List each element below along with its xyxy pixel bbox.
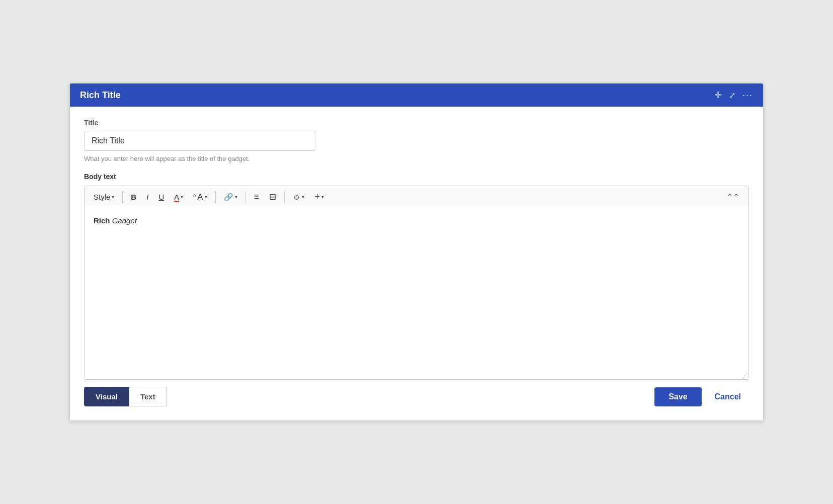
editor-toolbar: Style ▾ B I U A ▾ ⁰A bbox=[85, 186, 748, 208]
text-color-button[interactable]: A ▾ bbox=[170, 190, 187, 204]
style-chevron-icon: ▾ bbox=[112, 194, 114, 200]
link-button[interactable]: 🔗 ▾ bbox=[220, 190, 241, 204]
title-label: Title bbox=[84, 119, 749, 127]
link-chevron-icon: ▾ bbox=[235, 194, 237, 200]
emoji-icon: ☺ bbox=[293, 193, 300, 201]
editor-content[interactable]: Rich Gadget bbox=[85, 208, 748, 379]
cancel-button[interactable]: Cancel bbox=[707, 387, 749, 406]
collapse-toolbar-button[interactable]: ⌃⌃ bbox=[722, 190, 743, 204]
numbered-list-icon: ⊟ bbox=[269, 192, 276, 202]
emoji-chevron-icon: ▾ bbox=[302, 194, 304, 200]
text-color-label: A bbox=[174, 193, 179, 201]
body-text-label: Body text bbox=[84, 173, 749, 181]
editor-italic-text: Gadget bbox=[112, 216, 137, 225]
more-insert-label: + bbox=[314, 192, 320, 202]
emoji-button[interactable]: ☺ ▾ bbox=[289, 190, 308, 204]
bold-button[interactable]: B bbox=[127, 190, 140, 204]
title-hint: What you enter here will appear as the t… bbox=[84, 155, 749, 162]
save-button[interactable]: Save bbox=[654, 387, 701, 406]
title-input[interactable] bbox=[84, 131, 315, 151]
style-dropdown-button[interactable]: Style ▾ bbox=[90, 190, 118, 204]
move-icon[interactable]: ✛ bbox=[714, 90, 722, 101]
toolbar-divider-1 bbox=[122, 191, 123, 203]
underline-label: U bbox=[158, 193, 164, 201]
color-chevron-icon: ▾ bbox=[181, 194, 183, 200]
action-buttons: Save Cancel bbox=[654, 387, 749, 406]
toolbar-divider-4 bbox=[284, 191, 285, 203]
toolbar-divider-3 bbox=[245, 191, 246, 203]
numbered-list-button[interactable]: ⊟ bbox=[265, 189, 280, 205]
widget-title: Rich Title bbox=[80, 90, 121, 101]
editor-footer: Visual Text Save Cancel bbox=[84, 380, 749, 408]
widget-container: Rich Title ✛ ⤢ ··· Title What you enter … bbox=[69, 83, 764, 421]
header-actions: ✛ ⤢ ··· bbox=[714, 90, 753, 101]
size-chevron-icon: ▾ bbox=[205, 194, 207, 200]
editor-wrapper: Style ▾ B I U A ▾ ⁰A bbox=[84, 186, 749, 380]
editor-bold-text: Rich bbox=[94, 216, 110, 225]
text-size-button[interactable]: ⁰A ▾ bbox=[189, 190, 211, 205]
collapse-icon: ⌃⌃ bbox=[726, 192, 739, 202]
more-insert-chevron-icon: ▾ bbox=[321, 194, 324, 200]
italic-label: I bbox=[146, 193, 148, 201]
more-insert-button[interactable]: + ▾ bbox=[310, 189, 328, 205]
visual-tab[interactable]: Visual bbox=[84, 387, 129, 406]
widget-header: Rich Title ✛ ⤢ ··· bbox=[70, 83, 763, 107]
widget-body: Title What you enter here will appear as… bbox=[70, 107, 763, 421]
resize-handle[interactable]: ⋰ bbox=[741, 372, 748, 379]
toolbar-divider-2 bbox=[215, 191, 216, 203]
link-icon: 🔗 bbox=[224, 193, 233, 202]
text-tab[interactable]: Text bbox=[129, 387, 167, 406]
underline-button[interactable]: U bbox=[154, 190, 168, 204]
editor-bottom: Rich Gadget ⋰ bbox=[85, 208, 748, 379]
text-size-label: ⁰ bbox=[193, 193, 196, 201]
bullet-list-icon: ≡ bbox=[254, 192, 260, 202]
style-label: Style bbox=[94, 193, 110, 201]
italic-button[interactable]: I bbox=[142, 190, 152, 204]
view-tabs: Visual Text bbox=[84, 387, 167, 406]
bold-label: B bbox=[131, 193, 136, 201]
more-options-icon[interactable]: ··· bbox=[742, 90, 753, 101]
bullet-list-button[interactable]: ≡ bbox=[250, 189, 264, 205]
expand-icon[interactable]: ⤢ bbox=[729, 91, 735, 100]
